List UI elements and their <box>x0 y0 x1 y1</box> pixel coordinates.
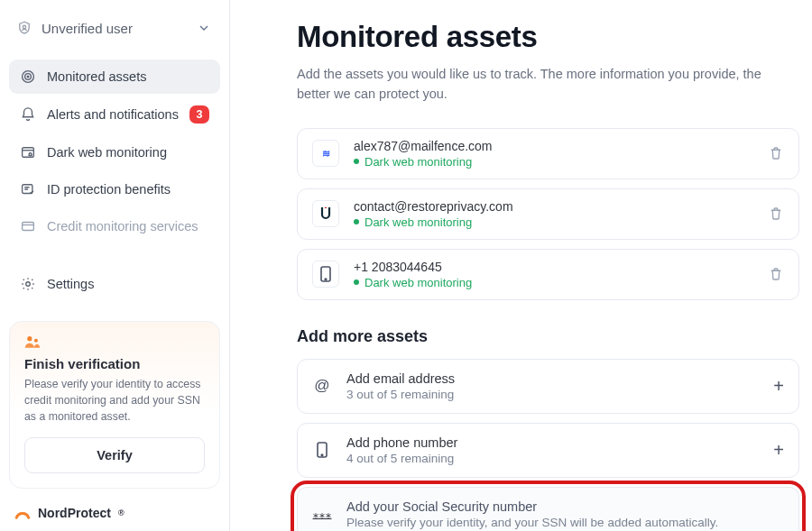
delete-icon[interactable] <box>768 145 784 161</box>
bell-icon <box>20 106 36 123</box>
asset-status: Dark web monitoring <box>354 155 753 169</box>
sidebar-item-monitored-assets[interactable]: Monitored assets <box>9 60 220 94</box>
svg-rect-7 <box>23 223 34 231</box>
add-phone-row[interactable]: Add phone number 4 out of 5 remaining + <box>297 423 799 478</box>
svg-point-12 <box>325 279 327 280</box>
verify-card: Finish verification Please verify your i… <box>9 321 220 489</box>
add-title: Add phone number <box>346 435 759 450</box>
add-assets-heading: Add more assets <box>297 327 799 346</box>
user-label: Unverified user <box>42 21 188 36</box>
user-menu[interactable]: Unverified user <box>9 13 220 49</box>
id-check-icon <box>20 181 36 197</box>
asset-value: +1 2083044645 <box>354 260 753 274</box>
asset-row: contact@restoreprivacy.com Dark web moni… <box>297 188 799 240</box>
chevron-down-icon <box>197 21 211 35</box>
sidebar-item-label: Monitored assets <box>47 69 209 84</box>
asset-value: alex787@mailfence.com <box>354 139 753 153</box>
sidebar: Unverified user Monitored assets Alerts … <box>0 0 230 531</box>
asset-status: Dark web monitoring <box>354 276 753 289</box>
browser-bug-icon <box>20 144 36 160</box>
brand-name: NordProtect <box>38 506 111 520</box>
phone-icon <box>312 442 332 458</box>
ssn-icon: ⁎⁎⁎ <box>312 508 332 520</box>
sidebar-item-label: ID protection benefits <box>47 182 209 197</box>
sidebar-nav: Monitored assets Alerts and notification… <box>9 60 220 301</box>
add-sub: Please verify your identity, and your SS… <box>346 516 784 529</box>
sidebar-item-label: Settings <box>47 277 209 291</box>
asset-favicon: ≋ <box>312 140 339 167</box>
sidebar-item-label: Credit monitoring services <box>47 219 209 233</box>
sidebar-item-benefits[interactable]: ID protection benefits <box>9 172 220 206</box>
asset-value: contact@restoreprivacy.com <box>354 199 753 214</box>
verify-body: Please verify your identity to access cr… <box>24 377 205 425</box>
brand-logo: NordProtect® <box>9 505 220 521</box>
add-title: Add your Social Security number <box>346 499 784 514</box>
add-ssn-row[interactable]: ⁎⁎⁎ Add your Social Security number Plea… <box>297 487 799 532</box>
people-icon <box>24 334 42 349</box>
svg-point-8 <box>26 282 31 287</box>
svg-point-3 <box>27 76 29 78</box>
add-sub: 4 out of 5 remaining <box>346 452 759 465</box>
svg-point-14 <box>321 454 323 456</box>
shield-user-icon <box>16 20 32 36</box>
add-sub: 3 out of 5 remaining <box>346 388 759 401</box>
sidebar-item-dark-web[interactable]: Dark web monitoring <box>9 135 220 169</box>
phone-icon <box>312 261 339 288</box>
plus-icon: + <box>773 376 784 397</box>
svg-point-0 <box>23 25 25 28</box>
page-subtitle: Add the assets you would like us to trac… <box>297 65 784 105</box>
delete-icon[interactable] <box>768 206 784 222</box>
add-email-row[interactable]: @ Add email address 3 out of 5 remaining… <box>297 359 799 414</box>
sidebar-item-label: Dark web monitoring <box>47 145 209 160</box>
asset-favicon <box>312 200 339 227</box>
delete-icon[interactable] <box>768 266 784 282</box>
brand-arc-icon <box>14 505 31 521</box>
svg-point-9 <box>27 336 32 341</box>
asset-row: +1 2083044645 Dark web monitoring <box>297 249 799 300</box>
asset-status: Dark web monitoring <box>354 215 753 229</box>
asset-row: ≋ alex787@mailfence.com Dark web monitor… <box>297 128 799 179</box>
card-icon <box>20 218 36 234</box>
at-icon: @ <box>312 377 332 395</box>
sidebar-item-settings[interactable]: Settings <box>9 267 220 301</box>
alerts-badge: 3 <box>189 105 209 124</box>
add-title: Add email address <box>346 371 759 386</box>
asset-list: ≋ alex787@mailfence.com Dark web monitor… <box>297 128 799 300</box>
verify-button[interactable]: Verify <box>24 437 205 473</box>
sidebar-item-alerts[interactable]: Alerts and notifications 3 <box>9 96 220 133</box>
plus-icon: + <box>773 440 784 461</box>
radar-icon <box>20 69 36 85</box>
verify-heading: Finish verification <box>24 356 205 371</box>
gear-icon <box>20 276 36 292</box>
svg-point-10 <box>34 339 38 343</box>
page-title: Monitored assets <box>297 20 799 54</box>
sidebar-item-credit[interactable]: Credit monitoring services <box>9 209 220 243</box>
main-content: Monitored assets Add the assets you woul… <box>230 0 812 531</box>
sidebar-item-label: Alerts and notifications <box>47 107 179 122</box>
